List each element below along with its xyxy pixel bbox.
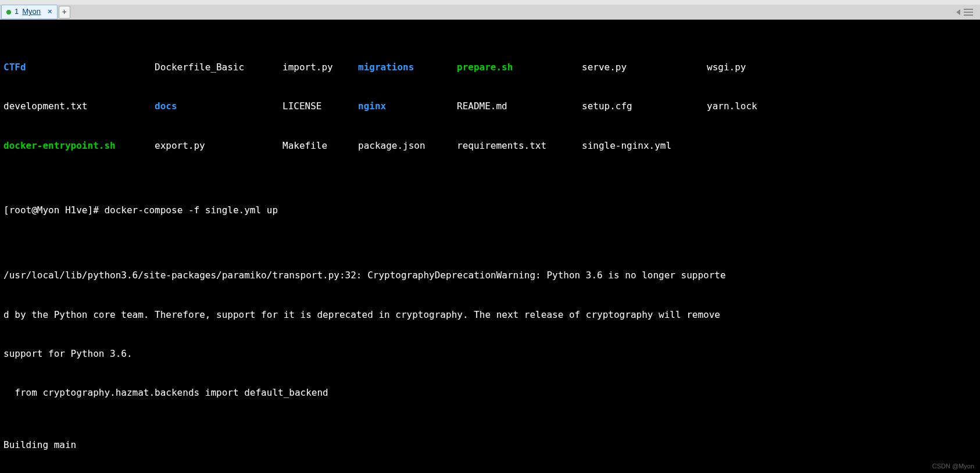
- tab-title: Myon: [22, 6, 41, 17]
- ls-row-1: CTFd Dockerfile_Basic import.py migratio…: [3, 61, 977, 74]
- terminal-window: 1 Myon × + CTFd Dockerfile_Basic import.…: [0, 0, 980, 473]
- ls-item: setup.cfg: [582, 100, 707, 113]
- warning-line: /usr/local/lib/python3.6/site-packages/p…: [3, 269, 977, 282]
- terminal-body[interactable]: CTFd Dockerfile_Basic import.py migratio…: [0, 20, 980, 473]
- prompt-userhost: [root@Myon H1ve]#: [3, 205, 99, 216]
- ls-item: wsgi.py: [707, 61, 800, 74]
- ls-item: import.py: [282, 61, 358, 74]
- ls-item: development.txt: [3, 100, 155, 113]
- tab-spacer: [70, 5, 956, 19]
- menu-icon[interactable]: [964, 9, 973, 16]
- ls-item: docs: [155, 100, 282, 113]
- prompt-command: docker-compose -f single.yml up: [104, 205, 278, 216]
- scroll-left-icon[interactable]: [956, 9, 960, 15]
- warning-line: from cryptography.hazmat.backends import…: [3, 386, 977, 399]
- warning-line: d by the Python core team. Therefore, su…: [3, 309, 977, 321]
- ls-item: package.json: [358, 139, 457, 152]
- ls-item: Makefile: [282, 139, 358, 152]
- ls-item: export.py: [155, 139, 282, 152]
- watermark: CSDN @Myon⁣: [932, 462, 974, 471]
- ls-item: Dockerfile_Basic: [155, 61, 282, 74]
- status-dot-icon: [6, 10, 11, 15]
- ls-row-2: development.txt docs LICENSE nginx READM…: [3, 100, 977, 113]
- ls-item: CTFd: [3, 61, 155, 74]
- ls-item: prepare.sh: [457, 61, 582, 74]
- ls-item: [707, 139, 800, 152]
- tab-bar: 1 Myon × +: [0, 5, 980, 20]
- ls-item: yarn.lock: [707, 100, 800, 113]
- tab-active[interactable]: 1 Myon ×: [1, 5, 58, 19]
- ls-row-3: docker-entrypoint.sh export.py Makefile …: [3, 139, 977, 152]
- ls-item: serve.py: [582, 61, 707, 74]
- prompt-line: [root@Myon H1ve]# docker-compose -f sing…: [3, 204, 977, 217]
- ls-item: nginx: [358, 100, 457, 113]
- tab-index: 1: [15, 6, 19, 17]
- building-line: Building main: [3, 439, 977, 451]
- ls-item: LICENSE: [282, 100, 358, 113]
- ls-item: migrations: [358, 61, 457, 74]
- add-tab-button[interactable]: +: [59, 6, 70, 19]
- close-icon[interactable]: ×: [48, 6, 52, 17]
- ls-item: docker-entrypoint.sh: [3, 139, 155, 152]
- warning-line: support for Python 3.6.: [3, 347, 977, 360]
- ls-item: README.md: [457, 100, 582, 113]
- ls-item: requirements.txt: [457, 139, 582, 152]
- ls-item: single-nginx.yml: [582, 139, 707, 152]
- window-top-strip: [0, 0, 980, 5]
